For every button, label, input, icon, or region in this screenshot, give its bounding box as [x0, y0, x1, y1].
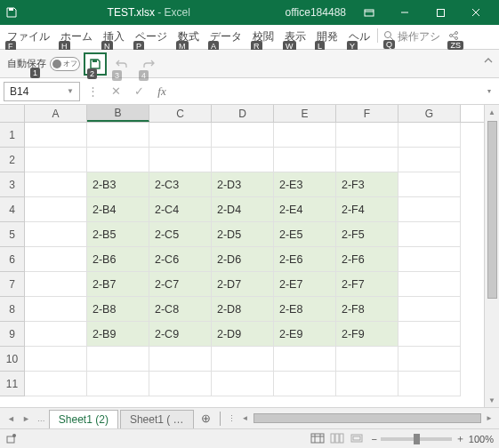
column-header[interactable]: G: [398, 105, 461, 122]
zoom-slider[interactable]: [381, 437, 452, 441]
cell[interactable]: 2-C4: [149, 197, 212, 222]
page-break-view-icon[interactable]: [350, 433, 364, 445]
name-box[interactable]: B14▼: [4, 82, 80, 101]
column-header[interactable]: A: [25, 105, 87, 122]
cell[interactable]: 2-D6: [212, 247, 274, 272]
tab-file[interactable]: ファイルF: [2, 26, 55, 49]
cell[interactable]: 2-F8: [336, 297, 398, 322]
cell[interactable]: [25, 247, 87, 272]
vertical-scrollbar[interactable]: ▲ ▼: [484, 105, 499, 407]
row-header[interactable]: 7: [0, 272, 25, 297]
sheet-nav-next-icon[interactable]: ►: [19, 414, 34, 423]
cell[interactable]: 2-B3: [87, 172, 149, 197]
cell[interactable]: 2-D3: [212, 172, 274, 197]
close-button[interactable]: [458, 0, 494, 25]
expand-formula-bar-icon[interactable]: ▾: [483, 82, 495, 101]
cell[interactable]: 2-F9: [336, 322, 398, 347]
cell[interactable]: 2-B8: [87, 297, 149, 322]
row-header[interactable]: 1: [0, 123, 25, 148]
cell[interactable]: [336, 123, 398, 148]
cell[interactable]: [212, 148, 274, 172]
cell[interactable]: [274, 372, 336, 396]
cell[interactable]: [336, 347, 398, 372]
cell[interactable]: [398, 148, 461, 172]
account-name[interactable]: office184488: [279, 6, 351, 19]
cell[interactable]: [25, 172, 87, 197]
cell[interactable]: 2-E7: [274, 272, 336, 297]
zoom-in-icon[interactable]: ＋: [455, 432, 465, 445]
cell[interactable]: 2-D8: [212, 297, 274, 322]
zoom-level[interactable]: 100%: [469, 434, 494, 444]
cell[interactable]: 2-D9: [212, 322, 274, 347]
tab-insert[interactable]: 挿入N: [98, 26, 130, 49]
cell[interactable]: 2-C5: [149, 222, 212, 247]
column-header[interactable]: D: [212, 105, 274, 122]
cell[interactable]: 2-B9: [87, 322, 149, 347]
cell[interactable]: [149, 148, 212, 172]
row-header[interactable]: 11: [0, 372, 25, 396]
sheet-nav-prev-icon[interactable]: ◄: [4, 414, 19, 423]
cell[interactable]: [398, 322, 461, 347]
tab-formulas[interactable]: 数式M: [173, 26, 205, 49]
minimize-button[interactable]: [387, 0, 423, 25]
row-header[interactable]: 4: [0, 197, 25, 222]
cell[interactable]: [25, 297, 87, 322]
column-header[interactable]: E: [274, 105, 336, 122]
collapse-ribbon-icon[interactable]: [483, 55, 494, 68]
redo-icon[interactable]: 4: [137, 52, 160, 76]
record-macro-icon[interactable]: [5, 432, 18, 446]
cell[interactable]: [398, 172, 461, 197]
scroll-right-icon[interactable]: ►: [483, 414, 495, 422]
column-header[interactable]: F: [336, 105, 398, 122]
cell[interactable]: [398, 247, 461, 272]
sheet-tab-active[interactable]: Sheet1 (2): [49, 410, 118, 428]
cell[interactable]: [274, 148, 336, 172]
cell[interactable]: 2-E3: [274, 172, 336, 197]
cell[interactable]: [398, 347, 461, 372]
row-header[interactable]: 10: [0, 347, 25, 372]
row-header[interactable]: 5: [0, 222, 25, 247]
row-header[interactable]: 3: [0, 172, 25, 197]
tab-help[interactable]: ヘルY: [343, 26, 375, 49]
cell[interactable]: 2-F6: [336, 247, 398, 272]
cell[interactable]: [25, 222, 87, 247]
cell[interactable]: 2-F3: [336, 172, 398, 197]
cell[interactable]: [25, 148, 87, 172]
cell[interactable]: [25, 322, 87, 347]
horizontal-scrollbar[interactable]: ◄ ►: [239, 413, 495, 423]
share-button[interactable]: ZS: [444, 26, 463, 49]
cell[interactable]: [212, 372, 274, 396]
cell[interactable]: 2-E8: [274, 297, 336, 322]
cell[interactable]: [25, 372, 87, 396]
cell[interactable]: [149, 347, 212, 372]
cell[interactable]: [149, 123, 212, 148]
hscroll-thumb[interactable]: [254, 413, 482, 423]
cell[interactable]: [274, 123, 336, 148]
cell[interactable]: [25, 272, 87, 297]
cell[interactable]: [336, 372, 398, 396]
cell[interactable]: 2-D7: [212, 272, 274, 297]
row-header[interactable]: 9: [0, 322, 25, 347]
zoom-out-icon[interactable]: −: [371, 434, 376, 444]
cell[interactable]: 2-F7: [336, 272, 398, 297]
cell[interactable]: 2-F4: [336, 197, 398, 222]
cell[interactable]: [274, 347, 336, 372]
ribbon-display-icon[interactable]: [351, 0, 387, 25]
row-header[interactable]: 6: [0, 247, 25, 272]
cell[interactable]: 2-D4: [212, 197, 274, 222]
cell[interactable]: [149, 372, 212, 396]
cell[interactable]: [336, 148, 398, 172]
cell[interactable]: 2-C3: [149, 172, 212, 197]
tab-home[interactable]: ホームH: [55, 26, 98, 49]
cell[interactable]: 2-C9: [149, 322, 212, 347]
cell[interactable]: [87, 123, 149, 148]
normal-view-icon[interactable]: [310, 433, 325, 445]
scroll-left-icon[interactable]: ◄: [239, 414, 252, 422]
cell[interactable]: 2-E4: [274, 197, 336, 222]
cell[interactable]: 2-E6: [274, 247, 336, 272]
cell[interactable]: 2-C8: [149, 297, 212, 322]
cell[interactable]: [398, 272, 461, 297]
scroll-thumb[interactable]: [487, 121, 497, 299]
fx-icon[interactable]: fx: [151, 82, 173, 101]
options-dots[interactable]: ⋮: [82, 82, 103, 101]
